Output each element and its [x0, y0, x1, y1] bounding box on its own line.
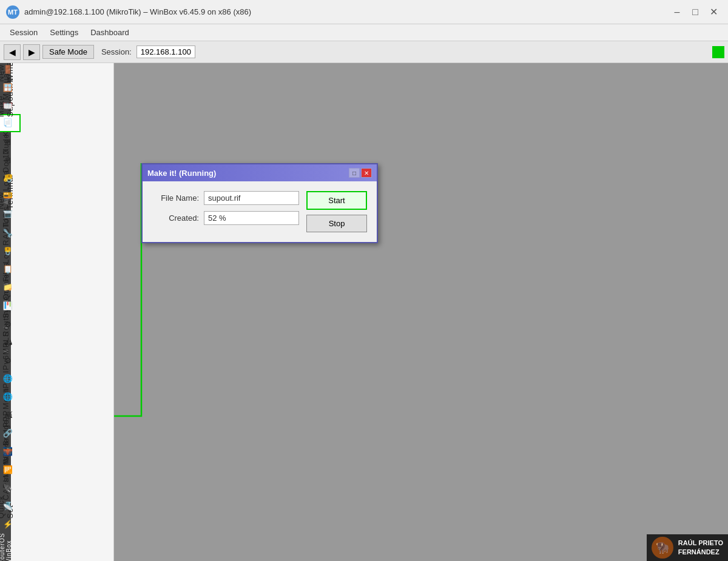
watermark-icon: 🦬 [652, 537, 673, 559]
sidebar-item-lora[interactable]: 📻LoRa [0, 187, 18, 205]
mesh-icon: 🕸 [2, 409, 13, 420]
connection-indicator [712, 46, 724, 58]
ip-icon: 🌐 [2, 391, 13, 402]
interfaces-icon: 🔌 [2, 482, 13, 493]
dialog-controls: □ ✕ [349, 168, 372, 178]
dialog-actions: Start Stop [306, 191, 367, 232]
file-name-field: File Name: supout.rif [152, 191, 299, 205]
dialog-make-supout: Make it! (Running) □ ✕ File Name: supout… [141, 163, 378, 243]
quick-set-icon: ⚡ [2, 519, 13, 529]
maximize-button[interactable]: □ [687, 4, 704, 21]
sidebar-item-ip[interactable]: 🌐IP▶ [0, 387, 18, 405]
window-title: admin@192.168.1.100 (MikroTik) – WinBox … [24, 7, 669, 16]
title-bar: MT admin@192.168.1.100 (MikroTik) – WinB… [0, 0, 728, 24]
dialog-fields: File Name: supout.rif Created: 52 % [152, 191, 299, 232]
dialog-titlebar: Make it! (Running) □ ✕ [143, 164, 377, 181]
dialog-content: File Name: supout.rif Created: 52 % Star… [143, 181, 377, 242]
green-line-svg [114, 63, 728, 561]
sidebar-item-bridge[interactable]: 🌉Bridge [0, 442, 18, 460]
toolbar: ◀ ▶ Safe Mode Session: 192.168.1.100 [0, 41, 728, 63]
mpls-icon: ⚙ [2, 355, 13, 366]
created-field: Created: 52 % [152, 211, 299, 225]
content-area: Make it! (Running) □ ✕ File Name: supout… [114, 63, 728, 561]
sidebar-item-wireless[interactable]: 📶Wireless [0, 460, 18, 478]
watermark-text: RAÚL PRIETO FERNÁNDEZ [678, 539, 723, 557]
session-value: 192.168.1.100 [136, 45, 195, 58]
sidebar-item-ipv6[interactable]: 🌐IPv6▶ [0, 369, 18, 387]
sidebar-item-mpls[interactable]: ⚙MPLS▶ [0, 351, 18, 369]
start-button[interactable]: Start [306, 191, 367, 210]
kvm-icon: 🖥 [2, 136, 13, 147]
session-label: Session: [101, 47, 132, 56]
ipv6-icon: 🌐 [2, 373, 13, 384]
sidebar-item-ppp[interactable]: 🔗PPP [0, 423, 18, 442]
queues-icon: 📊 [2, 300, 13, 311]
routing-icon: 🗺 [2, 337, 13, 348]
dot1x-icon: 🔐 [2, 173, 13, 184]
new-winbox-icon: 🪟 [2, 82, 13, 93]
sidebar-item-routing[interactable]: 🗺Routing▶ [0, 332, 18, 351]
file-name-label: File Name: [152, 193, 204, 203]
exit-icon: 🚪 [2, 64, 13, 75]
sidebar-item-queues[interactable]: 📊Queues [0, 296, 18, 314]
files-icon: 📁 [2, 282, 13, 293]
ppp-icon: 🔗 [2, 428, 13, 438]
safe-mode-button[interactable]: Safe Mode [42, 45, 94, 59]
sidebar-item-radius[interactable]: 🔒RADIUS [0, 241, 18, 260]
created-value: 52 % [204, 211, 299, 225]
capsman-icon: 📡 [2, 500, 13, 511]
stop-button[interactable]: Stop [306, 215, 367, 232]
sidebar-item-log[interactable]: 📋Log [0, 260, 18, 278]
wireless-icon: 📶 [2, 464, 13, 475]
sidebar: RouterOS WinBox⚡Quick Set📡CAPsMAN🔌Interf… [0, 63, 114, 561]
main-layout: RouterOS WinBox⚡Quick Set📡CAPsMAN🔌Interf… [0, 63, 728, 561]
sidebar-item-system[interactable]: ⚙System▶ [0, 314, 18, 332]
tools-icon: 🔧 [2, 227, 13, 238]
sidebar-item-new-winbox[interactable]: 🪟New WinBox [0, 78, 19, 96]
sidebar-item-mesh[interactable]: 🕸Mesh [0, 405, 18, 423]
app-icon: MT [6, 5, 19, 19]
watermark: 🦬 RAÚL PRIETO FERNÁNDEZ [647, 534, 728, 561]
sidebar-item-new-terminal[interactable]: 💻New Terminal [0, 205, 19, 223]
sidebar-item-manual[interactable]: 📖Manual [0, 96, 18, 114]
window-controls: – □ ✕ [669, 4, 722, 21]
radius-icon: 🔒 [2, 246, 13, 257]
menu-bar: Session Settings Dashboard [0, 24, 728, 41]
sidebar-label-exit: Exit [1, 63, 10, 64]
sidebar-item-quick-set[interactable]: ⚡Quick Set [0, 514, 19, 532]
routeros-label: RouterOS WinBox⚡Quick Set📡CAPsMAN🔌Interf… [0, 63, 11, 561]
dialog-title: Make it! (Running) [147, 169, 216, 178]
new-terminal-icon: 💻 [2, 209, 13, 220]
manual-icon: 📖 [2, 100, 13, 111]
sidebar-item-kvm[interactable]: 🖥KVM [0, 132, 18, 150]
sidebar-item-dot1x[interactable]: 🔐Dot1X [0, 169, 18, 187]
make-supout-icon: 📄 [2, 117, 13, 128]
sidebar-item-dude[interactable]: 🖥Dude▶ [0, 150, 18, 169]
sidebar-item-capsman[interactable]: 📡CAPsMAN [0, 496, 18, 514]
system-icon: ⚙ [2, 318, 13, 329]
menu-session[interactable]: Session [4, 26, 44, 39]
log-icon: 📋 [2, 264, 13, 275]
back-button[interactable]: ◀ [4, 44, 21, 60]
menu-settings[interactable]: Settings [44, 26, 84, 39]
sidebar-item-interfaces[interactable]: 🔌Interfaces [0, 478, 18, 496]
minimize-button[interactable]: – [669, 4, 686, 21]
sidebar-item-make-supout[interactable]: 📄Make Supout.rif [0, 114, 21, 132]
dialog-close-button[interactable]: ✕ [361, 168, 372, 178]
sidebar-item-tools[interactable]: 🔧Tools▶ [0, 223, 18, 241]
created-label: Created: [152, 213, 204, 223]
close-button[interactable]: ✕ [705, 4, 722, 21]
sidebar-item-files[interactable]: 📁Files [0, 278, 18, 296]
forward-button[interactable]: ▶ [23, 44, 40, 60]
lora-icon: 📻 [2, 191, 13, 202]
dialog-maximize-button[interactable]: □ [349, 168, 360, 178]
sidebar-item-exit[interactable]: 🚪Exit [0, 63, 18, 78]
file-name-value: supout.rif [204, 191, 299, 205]
dude-icon: 🖥 [2, 155, 13, 166]
menu-dashboard[interactable]: Dashboard [84, 26, 135, 39]
bridge-icon: 🌉 [2, 446, 13, 457]
